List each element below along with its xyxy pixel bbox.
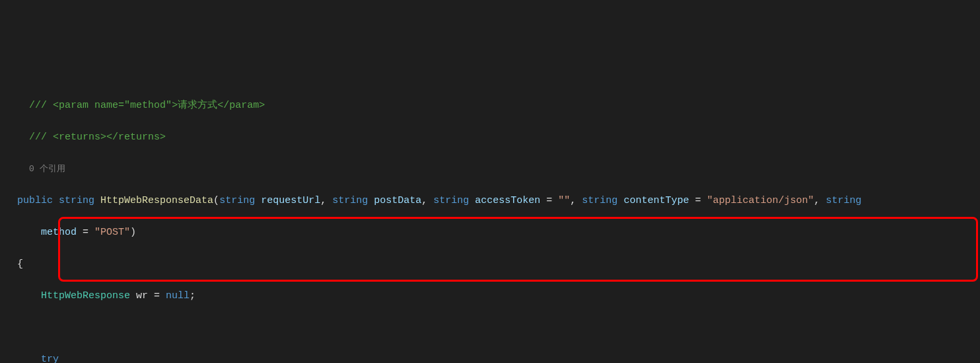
code-line[interactable]: /// <returns></returns> [0, 130, 980, 145]
code-line[interactable]: method = "POST") [0, 225, 980, 241]
code-line[interactable]: HttpWebResponse wr = null; [0, 288, 980, 304]
open-brace: { [17, 259, 23, 270]
code-editor-viewport[interactable]: /// <param name="method">请求方式</param> //… [0, 66, 980, 363]
code-line[interactable]: /// <param name="method">请求方式</param> [0, 98, 980, 114]
codelens-line[interactable]: 0 个引用 [0, 161, 980, 177]
code-line[interactable]: public string HttpWebResponseData(string… [0, 193, 980, 209]
code-line[interactable]: try [0, 352, 980, 363]
method-name: HttpWebResponseData [100, 195, 213, 206]
keyword-try: try [41, 354, 59, 363]
keyword-public: public [17, 195, 53, 206]
codelens-references[interactable]: 0 个引用 [29, 164, 65, 174]
type-name: HttpWebResponse [41, 290, 130, 302]
xml-doc-comment: /// <returns></returns> [29, 132, 166, 143]
xml-doc-comment: /// <param name="method">请求方式</param> [29, 100, 265, 111]
code-line[interactable] [0, 320, 980, 336]
code-line[interactable]: { [0, 257, 980, 272]
type-string: string [59, 195, 94, 206]
